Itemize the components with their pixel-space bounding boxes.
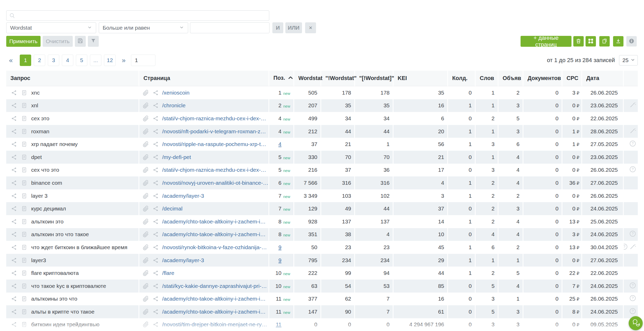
- paperclip-icon[interactable]: [142, 167, 149, 173]
- column-header-query[interactable]: Запрос: [6, 71, 139, 86]
- question-circle-icon[interactable]: ?: [629, 282, 636, 290]
- filter-preset-button[interactable]: [88, 36, 99, 47]
- document-icon[interactable]: [21, 128, 27, 135]
- column-header-slov[interactable]: Слов: [476, 71, 498, 86]
- page-link[interactable]: /stati/v-chjom-raznica-mezhdu-cex-i-dex-…: [162, 115, 268, 122]
- paperclip-icon[interactable]: [142, 231, 149, 238]
- page-link[interactable]: /academy/layer-3: [162, 257, 204, 263]
- document-icon[interactable]: [21, 141, 27, 147]
- share-icon[interactable]: [11, 141, 17, 147]
- document-icon[interactable]: [21, 180, 27, 186]
- paperclip-icon[interactable]: [142, 141, 149, 148]
- share-icon[interactable]: [153, 296, 159, 302]
- document-icon[interactable]: [21, 321, 27, 328]
- share-icon[interactable]: [11, 231, 17, 237]
- document-icon[interactable]: [21, 309, 27, 315]
- share-icon[interactable]: [153, 283, 159, 289]
- share-icon[interactable]: [11, 257, 17, 263]
- document-icon[interactable]: [21, 283, 27, 289]
- remove-filter-button[interactable]: ✕: [305, 22, 316, 33]
- page-link[interactable]: /academy/chto-takoe-altkoiny-i-zachem-ih…: [162, 309, 268, 315]
- pagination-next-button[interactable]: »: [119, 54, 128, 66]
- page-button-1[interactable]: 1: [20, 55, 31, 66]
- page-link[interactable]: /chronicle: [162, 102, 186, 109]
- paperclip-icon[interactable]: [142, 154, 149, 161]
- sort-asc-icon[interactable]: [288, 76, 293, 82]
- position-value[interactable]: 4: [278, 141, 281, 147]
- question-circle-icon[interactable]: ?: [629, 308, 636, 316]
- clear-button[interactable]: Очистить: [43, 36, 73, 47]
- delete-button[interactable]: [573, 36, 584, 47]
- page-link[interactable]: /academy/layer-3: [162, 193, 204, 199]
- question-circle-icon[interactable]: ?: [629, 295, 636, 303]
- copy-button[interactable]: [599, 36, 610, 47]
- and-button[interactable]: И: [272, 22, 283, 33]
- search-input[interactable]: [15, 11, 269, 21]
- share-icon[interactable]: [153, 270, 159, 276]
- paperclip-icon[interactable]: [142, 244, 149, 251]
- share-icon[interactable]: [11, 180, 17, 186]
- chat-fab-button[interactable]: [629, 316, 643, 330]
- paperclip-icon[interactable]: [142, 308, 149, 315]
- share-icon[interactable]: [153, 231, 159, 237]
- page-link[interactable]: /novosti/novyj-uroven-analitiki-ot-binan…: [162, 180, 268, 186]
- page-link[interactable]: /decimal: [162, 206, 182, 212]
- share-icon[interactable]: [153, 309, 159, 315]
- column-header-kold[interactable]: Колд.: [448, 71, 476, 86]
- info-button[interactable]: [626, 36, 637, 47]
- document-icon[interactable]: [21, 193, 27, 199]
- share-icon[interactable]: [11, 115, 17, 122]
- share-icon[interactable]: [153, 128, 159, 135]
- paperclip-icon[interactable]: [142, 321, 149, 328]
- page-link[interactable]: /stati/v-chjom-raznica-mezhdu-cex-i-dex-…: [162, 167, 268, 173]
- save-filter-button[interactable]: [75, 36, 86, 47]
- magic-wand-icon[interactable]: [629, 243, 636, 251]
- download-button[interactable]: [613, 36, 623, 47]
- column-header-ws_exact[interactable]: "!Wordstat": [321, 71, 355, 86]
- page-link[interactable]: /academy/chto-takoe-altkoiny-i-zachem-ih…: [162, 219, 268, 225]
- question-circle-icon[interactable]: ?: [629, 230, 636, 239]
- column-header-kei[interactable]: KEI: [393, 71, 448, 86]
- paperclip-icon[interactable]: [142, 283, 149, 289]
- document-icon[interactable]: [21, 296, 27, 302]
- paperclip-icon[interactable]: [142, 128, 149, 135]
- document-icon[interactable]: [21, 257, 27, 263]
- paperclip-icon[interactable]: [142, 270, 149, 276]
- share-icon[interactable]: [153, 193, 159, 199]
- share-icon[interactable]: [153, 115, 159, 122]
- document-icon[interactable]: [21, 102, 27, 109]
- share-icon[interactable]: [153, 219, 159, 225]
- page-button-5[interactable]: 5: [76, 55, 87, 66]
- column-header-pos[interactable]: Поз.: [269, 71, 294, 86]
- page-link[interactable]: /novosti/tim-drejper-bitkoin-menjaet-ne-…: [162, 321, 268, 328]
- page-link[interactable]: /flare: [162, 270, 174, 276]
- paperclip-icon[interactable]: [142, 102, 149, 109]
- share-icon[interactable]: [11, 102, 17, 109]
- column-header-date[interactable]: Дата: [582, 71, 624, 86]
- share-icon[interactable]: [153, 321, 159, 328]
- position-value[interactable]: 9: [278, 257, 281, 263]
- document-icon[interactable]: [21, 206, 27, 212]
- document-icon[interactable]: [21, 231, 27, 237]
- share-icon[interactable]: [153, 244, 159, 250]
- column-header-wordstat[interactable]: Wordstat: [294, 71, 321, 86]
- paperclip-icon[interactable]: [142, 218, 149, 225]
- document-icon[interactable]: [21, 115, 27, 122]
- paperclip-icon[interactable]: [142, 205, 149, 212]
- pagination-goto-input[interactable]: [131, 55, 155, 66]
- share-icon[interactable]: [11, 270, 17, 276]
- share-icon[interactable]: [11, 296, 17, 302]
- share-icon[interactable]: [11, 167, 17, 173]
- filter-value-input[interactable]: [190, 22, 270, 33]
- paperclip-icon[interactable]: [142, 295, 149, 302]
- share-icon[interactable]: [153, 102, 159, 109]
- document-icon[interactable]: [21, 90, 27, 96]
- share-icon[interactable]: [153, 154, 159, 160]
- or-button[interactable]: ИЛИ: [285, 22, 302, 33]
- paperclip-icon[interactable]: [142, 180, 149, 186]
- document-icon[interactable]: [21, 219, 27, 225]
- page-link[interactable]: /my-defi-pet: [162, 154, 191, 160]
- share-icon[interactable]: [11, 90, 17, 96]
- page-link[interactable]: /novosti/ripple-na-raspute-pochemu-xrp-t…: [162, 141, 268, 147]
- share-icon[interactable]: [11, 244, 17, 250]
